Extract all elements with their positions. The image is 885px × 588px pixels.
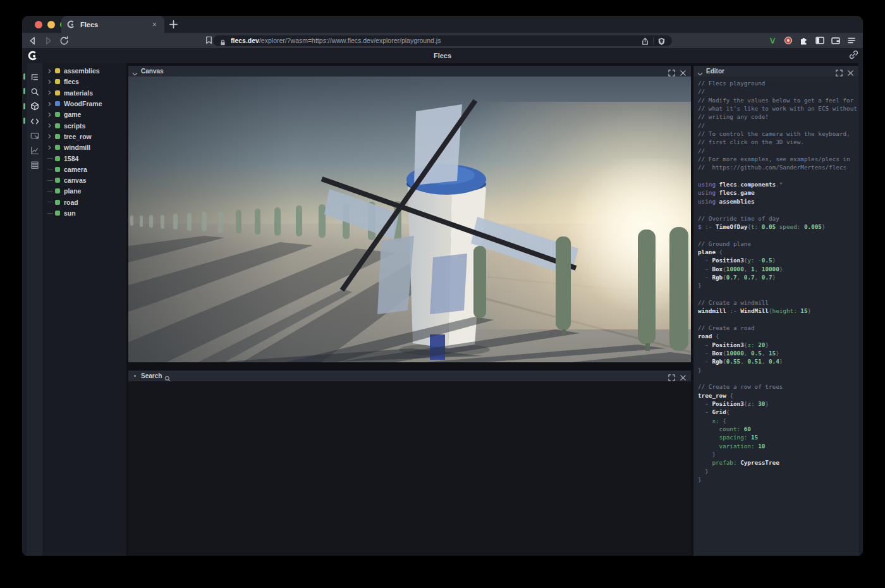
sidebar-icon[interactable] bbox=[815, 35, 825, 46]
chevron-right-icon[interactable] bbox=[47, 145, 54, 150]
close-icon[interactable] bbox=[680, 68, 687, 75]
tree-item[interactable]: game bbox=[42, 109, 126, 120]
tree-item[interactable]: 1584 bbox=[42, 153, 126, 164]
chevron-right-icon[interactable] bbox=[47, 134, 54, 138]
chevron-right-icon[interactable] bbox=[47, 80, 54, 84]
minimize-window-button[interactable] bbox=[47, 21, 55, 28]
chart-icon[interactable] bbox=[27, 143, 42, 157]
collapsed-bullet-icon[interactable] bbox=[134, 375, 136, 377]
url-path: /explorer/?wasm=https://www.flecs.dev/ex… bbox=[259, 37, 441, 44]
menu-icon[interactable] bbox=[846, 35, 857, 46]
search-icon bbox=[164, 373, 171, 379]
search-panel-body[interactable] bbox=[128, 381, 691, 556]
expand-icon[interactable] bbox=[836, 68, 843, 75]
entity-color-square bbox=[55, 178, 60, 183]
forward-icon[interactable] bbox=[43, 35, 54, 46]
tree-item[interactable]: plane bbox=[42, 186, 126, 197]
screen-share-icon[interactable] bbox=[27, 128, 42, 143]
bookmark-icon[interactable] bbox=[204, 35, 214, 45]
tree-item[interactable]: tree_row bbox=[42, 131, 126, 142]
entity-color-square bbox=[55, 200, 60, 205]
code-line: // bbox=[698, 87, 858, 95]
tree-item[interactable]: assemblies bbox=[42, 66, 126, 77]
browser-tab-bar: Flecs bbox=[22, 16, 863, 33]
editor-panel-header: Editor bbox=[693, 66, 858, 77]
chevron-right-icon[interactable] bbox=[47, 90, 54, 95]
tree-item[interactable]: road bbox=[42, 197, 126, 207]
code-line: // Flecs playground bbox=[698, 79, 858, 87]
chevron-down-icon[interactable] bbox=[132, 68, 138, 74]
code-line bbox=[698, 374, 858, 383]
code-line: } bbox=[698, 467, 858, 475]
active-indicator bbox=[23, 118, 25, 124]
close-icon[interactable] bbox=[680, 372, 687, 379]
code-line: variation: 10 bbox=[698, 442, 858, 450]
chevron-right-icon[interactable] bbox=[47, 113, 54, 117]
code-line: spacing: 15 bbox=[698, 433, 858, 441]
tree-guide-dash bbox=[47, 158, 54, 159]
code-line: windmill :- WindMill{height: 15} bbox=[698, 307, 858, 315]
adblock-extension-icon[interactable] bbox=[783, 35, 793, 46]
logs-icon[interactable] bbox=[27, 158, 42, 173]
link-icon[interactable] bbox=[849, 50, 858, 59]
expand-icon[interactable] bbox=[668, 372, 675, 379]
code-line: - Position3{z: 30} bbox=[698, 400, 858, 408]
close-icon[interactable] bbox=[847, 68, 854, 75]
code-line: } bbox=[698, 366, 858, 374]
code-line: // Ground plane bbox=[698, 240, 858, 248]
entity-label: game bbox=[64, 111, 81, 118]
canvas-3d-scene[interactable] bbox=[128, 77, 691, 362]
search-icon[interactable] bbox=[27, 84, 42, 99]
tree-item[interactable]: WoodFrame bbox=[42, 98, 126, 109]
entity-label: plane bbox=[64, 187, 81, 195]
chevron-right-icon[interactable] bbox=[47, 123, 54, 128]
code-line: } bbox=[698, 281, 858, 290]
new-tab-icon[interactable] bbox=[169, 20, 178, 29]
tree-item[interactable]: sun bbox=[42, 207, 126, 218]
tab-close-icon[interactable] bbox=[150, 20, 159, 29]
tree-guide-dash bbox=[47, 169, 54, 169]
entity-color-square bbox=[55, 188, 60, 193]
code-line: - Position3{y: -0.5} bbox=[698, 256, 858, 264]
share-icon[interactable] bbox=[641, 37, 649, 45]
cube-icon[interactable] bbox=[27, 99, 42, 114]
code-line: // bbox=[698, 121, 858, 130]
back-icon[interactable] bbox=[27, 35, 38, 46]
code-line: // To control the camera with the keyboa… bbox=[698, 130, 858, 138]
tree-item[interactable]: flecs bbox=[42, 77, 126, 87]
entity-label: assemblies bbox=[64, 67, 100, 75]
screenshot-root: Flecs flecs.dev/explorer/?wasm=https://w… bbox=[0, 0, 885, 588]
tree-item[interactable]: canvas bbox=[42, 175, 126, 185]
vimium-extension-icon[interactable]: V bbox=[767, 35, 778, 46]
reload-icon[interactable] bbox=[59, 35, 70, 46]
entity-color-square bbox=[55, 68, 60, 73]
code-editor[interactable]: // Flecs playground//// Modify the value… bbox=[693, 77, 858, 556]
browser-tab[interactable]: Flecs bbox=[61, 16, 164, 33]
expand-icon[interactable] bbox=[668, 68, 675, 75]
chevron-right-icon[interactable] bbox=[47, 69, 54, 73]
hierarchy-icon[interactable] bbox=[27, 70, 42, 84]
code-line bbox=[698, 231, 858, 239]
extensions-area: V bbox=[767, 33, 857, 48]
code-line: tree_row { bbox=[698, 391, 858, 400]
chevron-right-icon[interactable] bbox=[47, 102, 54, 106]
brave-shield-icon[interactable] bbox=[657, 37, 666, 45]
entity-label: WoodFrame bbox=[64, 100, 102, 107]
code-line: using assemblies bbox=[698, 197, 858, 205]
tree-item[interactable]: scripts bbox=[42, 120, 126, 131]
tab-title: Flecs bbox=[80, 21, 150, 28]
tree-item[interactable]: materials bbox=[42, 87, 126, 98]
extensions-puzzle-icon[interactable] bbox=[799, 35, 809, 46]
code-line: // bbox=[698, 147, 858, 155]
address-bar[interactable]: flecs.dev/explorer/?wasm=https://www.fle… bbox=[213, 35, 672, 46]
tree-guide-dash bbox=[47, 180, 54, 181]
tree-guide-dash bbox=[47, 213, 54, 214]
tree-item[interactable]: windmill bbox=[42, 142, 126, 153]
wallet-icon[interactable] bbox=[831, 35, 841, 46]
code-icon[interactable] bbox=[27, 114, 42, 128]
tree-item[interactable]: camera bbox=[42, 164, 126, 175]
close-window-button[interactable] bbox=[35, 21, 42, 28]
chevron-down-icon[interactable] bbox=[697, 68, 703, 74]
code-line: } bbox=[698, 475, 858, 484]
code-line bbox=[698, 205, 858, 214]
